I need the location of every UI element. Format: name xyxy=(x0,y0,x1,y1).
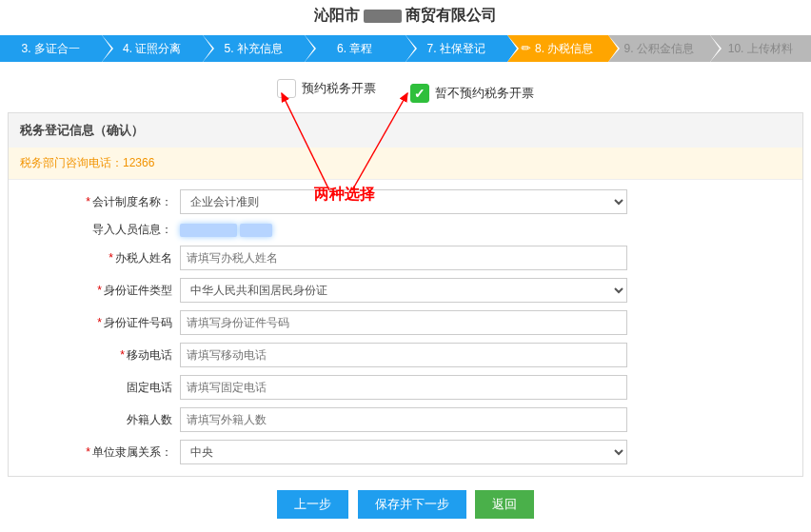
step-10[interactable]: 10. 上传材料 xyxy=(710,35,812,62)
step-4[interactable]: 4. 证照分离 xyxy=(102,35,204,62)
redacted-person-1 xyxy=(180,224,237,237)
input-mobile[interactable] xyxy=(180,343,627,367)
prev-button[interactable]: 上一步 xyxy=(277,490,348,519)
input-idno[interactable] xyxy=(180,310,627,335)
step-label: 10. 上传材料 xyxy=(728,42,793,55)
step-8-active[interactable]: ✎8. 办税信息 xyxy=(507,35,609,62)
label-idno: *身份证件号码 xyxy=(9,315,180,331)
checkbox-label: 暂不预约税务开票 xyxy=(435,85,534,102)
row-foreign: 外籍人数 xyxy=(9,407,783,432)
step-label: 5. 补充信息 xyxy=(225,42,283,55)
step-9[interactable]: 9. 公积金信息 xyxy=(608,35,710,62)
checkbox-appoint[interactable]: 预约税务开票 xyxy=(277,79,376,98)
step-7[interactable]: 7. 社保登记 xyxy=(406,35,507,62)
form-area: *会计制度名称： 企业会计准则 导入人员信息： *办税人姓名 *身份证件类型 中… xyxy=(9,180,802,476)
step-3[interactable]: 3. 多证合一 xyxy=(0,35,102,62)
redacted-name xyxy=(364,10,402,23)
import-person-link[interactable] xyxy=(180,223,627,237)
step-bar: 3. 多证合一 4. 证照分离 5. 补充信息 6. 章程 7. 社保登记 ✎8… xyxy=(0,35,811,62)
select-affil[interactable]: 中央 xyxy=(180,440,627,464)
redacted-person-2 xyxy=(240,224,272,237)
input-fixed[interactable] xyxy=(180,375,627,400)
appointment-choice-row: 预约税务开票 ✓ 暂不预约税务开票 xyxy=(0,62,811,112)
row-idno: *身份证件号码 xyxy=(9,310,783,335)
back-button[interactable]: 返回 xyxy=(475,490,534,519)
row-taxpayer: *办税人姓名 xyxy=(9,246,783,270)
title-suffix: 商贸有限公司 xyxy=(406,7,497,23)
label-taxpayer: *办税人姓名 xyxy=(9,250,180,266)
step-label: 9. 公积金信息 xyxy=(624,42,694,55)
input-taxpayer[interactable] xyxy=(180,246,627,270)
label-import: 导入人员信息： xyxy=(9,222,180,238)
step-label: 6. 章程 xyxy=(337,42,372,55)
label-accounting: *会计制度名称： xyxy=(9,194,180,210)
label-affil: *单位隶属关系： xyxy=(9,444,180,461)
label-fixed: 固定电话 xyxy=(9,380,180,396)
tax-register-panel: 税务登记信息（确认） 税务部门咨询电话：12366 *会计制度名称： 企业会计准… xyxy=(8,112,803,477)
checkbox-checked-icon: ✓ xyxy=(410,84,429,103)
label-mobile: *移动电话 xyxy=(9,347,180,364)
panel-title: 税务登记信息（确认） xyxy=(9,113,802,148)
step-label: 3. 多证合一 xyxy=(22,42,80,55)
step-label: 4. 证照分离 xyxy=(123,42,181,55)
select-idtype[interactable]: 中华人民共和国居民身份证 xyxy=(180,278,627,303)
input-foreign[interactable] xyxy=(180,407,627,432)
step-6[interactable]: 6. 章程 xyxy=(305,35,406,62)
row-mobile: *移动电话 xyxy=(9,343,783,367)
label-foreign: 外籍人数 xyxy=(9,412,180,428)
step-5[interactable]: 5. 补充信息 xyxy=(203,35,305,62)
title-prefix: 沁阳市 xyxy=(314,7,360,23)
save-next-button[interactable]: 保存并下一步 xyxy=(358,490,466,519)
row-affil: *单位隶属关系： 中央 xyxy=(9,440,783,464)
label-idtype: *身份证件类型 xyxy=(9,283,180,299)
row-idtype: *身份证件类型 中华人民共和国居民身份证 xyxy=(9,278,783,303)
button-bar: 上一步 保存并下一步 返回 xyxy=(0,483,811,519)
page-title: 沁阳市 商贸有限公司 xyxy=(0,0,811,35)
panel-info: 税务部门咨询电话：12366 xyxy=(9,148,802,180)
step-label: 7. 社保登记 xyxy=(427,42,485,55)
checkbox-unchecked-icon xyxy=(277,79,296,98)
checkbox-label: 预约税务开票 xyxy=(302,80,376,97)
row-import: 导入人员信息： xyxy=(9,222,783,238)
row-fixed: 固定电话 xyxy=(9,375,783,400)
checkbox-no-appoint[interactable]: ✓ 暂不预约税务开票 xyxy=(410,84,534,103)
step-label: 8. 办税信息 xyxy=(535,42,593,55)
row-accounting: *会计制度名称： 企业会计准则 xyxy=(9,189,783,214)
select-accounting[interactable]: 企业会计准则 xyxy=(180,189,627,214)
